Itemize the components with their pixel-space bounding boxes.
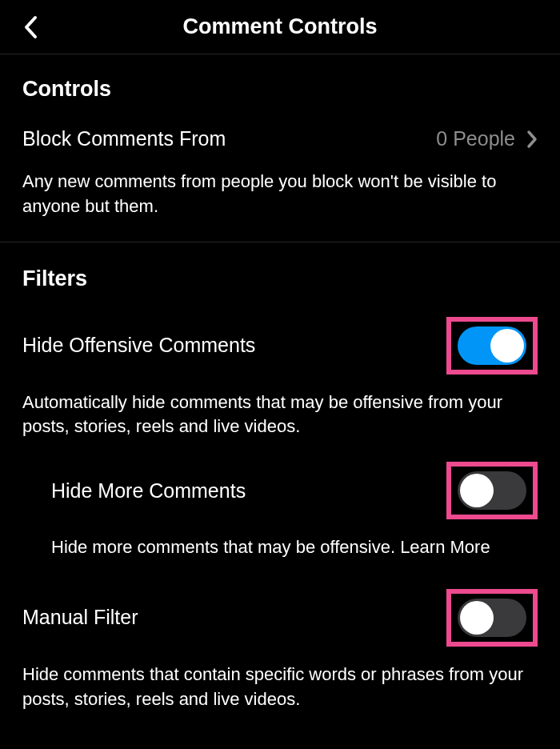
hide-offensive-toggle[interactable]	[458, 326, 526, 365]
controls-section-title: Controls	[22, 77, 538, 102]
hide-more-row: Hide More Comments	[22, 462, 538, 519]
filters-section-title: Filters	[22, 266, 538, 291]
hide-more-toggle-highlight	[446, 462, 538, 519]
manual-filter-description: Hide comments that contain specific word…	[22, 663, 538, 712]
hide-offensive-description: Automatically hide comments that may be …	[22, 391, 538, 440]
manual-filter-row: Manual Filter	[22, 589, 538, 647]
filters-section: Filters Hide Offensive Comments Automati…	[0, 242, 560, 712]
learn-more-link[interactable]: Learn More	[400, 537, 490, 557]
toggle-knob	[490, 329, 524, 362]
manual-filter-label: Manual Filter	[22, 606, 138, 629]
block-comments-value: 0 People	[436, 127, 515, 150]
page-title: Comment Controls	[19, 14, 541, 39]
header: Comment Controls	[0, 0, 560, 54]
manual-filter-toggle-highlight	[446, 589, 538, 647]
block-comments-description: Any new comments from people you block w…	[22, 170, 538, 219]
toggle-knob	[460, 601, 494, 635]
manual-filter-toggle[interactable]	[458, 599, 526, 637]
controls-section: Controls Block Comments From 0 People An…	[0, 54, 560, 219]
hide-more-description: Hide more comments that may be offensive…	[22, 535, 538, 560]
block-comments-label: Block Comments From	[22, 127, 226, 150]
hide-more-toggle[interactable]	[458, 471, 526, 510]
hide-offensive-label: Hide Offensive Comments	[22, 334, 255, 357]
hide-more-description-text: Hide more comments that may be offensive…	[51, 537, 400, 557]
block-comments-row[interactable]: Block Comments From 0 People	[22, 127, 538, 150]
block-comments-value-wrap: 0 People	[436, 127, 538, 150]
hide-more-label: Hide More Comments	[22, 479, 246, 503]
hide-offensive-toggle-highlight	[446, 317, 538, 374]
hide-offensive-row: Hide Offensive Comments	[22, 317, 538, 374]
chevron-right-icon	[526, 130, 538, 149]
toggle-knob	[460, 474, 494, 507]
